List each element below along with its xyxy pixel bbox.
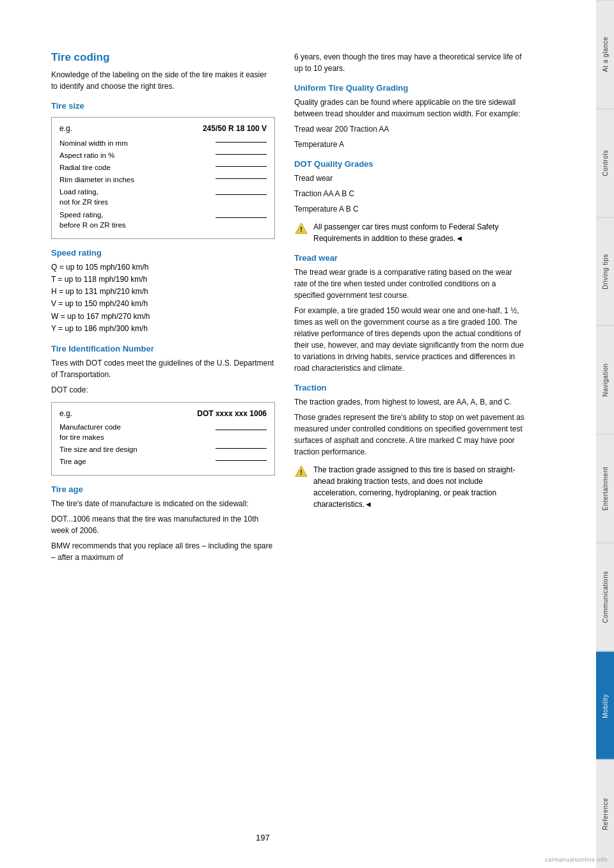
sidebar: At a glance Controls Driving tips Naviga… [596,0,614,868]
label-line-3 [216,178,267,179]
svg-text:!: ! [300,226,302,233]
sidebar-tab-communications[interactable]: Communications [596,543,614,651]
main-title: Tire coding [51,51,275,64]
tire-age-p0: The tire's date of manufacture is indica… [51,498,275,509]
dot-label-line-1 [216,448,267,449]
dot-label-text-2: Tire age [59,456,213,467]
tire-size-box: e.g. 245/50 R 18 100 V Nominal width in … [51,117,275,239]
dot-code-box: e.g. DOT xxxx xxx 1006 Manufacturer code… [51,402,275,476]
uniform-quality-body: Quality grades can be found where applic… [294,97,524,120]
dot-label-text-0: Manufacturer codefor tire makes [59,422,213,442]
label-line-0 [216,142,267,143]
tire-age-p1: DOT...1006 means that the tire was manuf… [51,513,275,536]
label-row-0: Nominal width in mm [59,138,267,148]
intro-text: Knowledge of the labeling on the side of… [51,69,275,92]
speed-row-2: H = up to 131 mph/210 km/h [51,286,275,298]
eg-label: e.g. [59,124,72,133]
traction-warning: ! The traction grade assigned to this ti… [294,464,524,510]
dot-eg-row: e.g. DOT xxxx xxx 1006 [59,409,267,418]
label-row-3: Rim diameter in inches [59,174,267,185]
tire-age-title: Tire age [51,484,275,494]
dot-quality-item2: Traction AA A B C [294,188,524,199]
sidebar-tab-controls[interactable]: Controls [596,109,614,217]
tire-size-title: Tire size [51,101,275,111]
uniform-quality-title: Uniform Tire Quality Grading [294,83,524,93]
main-content: Tire coding Knowledge of the labeling on… [0,0,596,868]
label-row-2: Radial tire code [59,162,267,173]
warning-icon-2: ! [294,465,308,479]
label-text-4: Load rating,not for ZR tires [59,187,213,207]
speed-row-1: T = up to 118 mph/190 km/h [51,274,275,286]
speed-rating-rows: Q = up to 105 mph/160 km/h T = up to 118… [51,261,275,335]
dot-label-line-2 [216,460,267,461]
label-line-2 [216,166,267,167]
sidebar-tab-reference[interactable]: Reference [596,759,614,868]
sidebar-tab-mobility[interactable]: Mobility [596,651,614,760]
label-text-1: Aspect ratio in % [59,150,213,160]
dot-label-text-1: Tire size and tire design [59,444,213,454]
svg-text:!: ! [300,469,302,476]
dot-label-line-0 [216,430,267,430]
dot-quality-warning-text: All passenger car tires must conform to … [313,221,524,244]
dot-label-row-1: Tire size and tire design [59,444,267,454]
dot-label-row-0: Manufacturer codefor tire makes [59,422,267,442]
label-row-1: Aspect ratio in % [59,150,267,160]
traction-title: Traction [294,383,524,392]
label-text-2: Radial tire code [59,162,213,173]
dot-eg-label: e.g. [59,409,72,418]
tread-wear-p0: The tread wear grade is a comparative ra… [294,267,524,301]
right-column: 6 years, even though the tires may have … [294,51,524,842]
tire-size-example: e.g. 245/50 R 18 100 V [59,124,267,133]
page-container: Tire coding Knowledge of the labeling on… [0,0,614,868]
dot-label-row-2: Tire age [59,456,267,467]
label-row-4: Load rating,not for ZR tires [59,187,267,207]
label-text-0: Nominal width in mm [59,138,213,148]
continued-text: 6 years, even though the tires may have … [294,51,524,74]
speed-row-3: V = up to 150 mph/240 km/h [51,298,275,310]
traction-p1: Those grades represent the tire's abilit… [294,412,524,458]
dot-quality-item3: Temperature A B C [294,203,524,215]
dot-quality-item1: Tread wear [294,173,524,184]
speed-row-0: Q = up to 105 mph/160 km/h [51,261,275,274]
dot-quality-title: DOT Quality Grades [294,159,524,169]
speed-row-4: W = up to 167 mph/270 km/h [51,311,275,323]
page-number: 197 [256,826,270,849]
traction-p0: The traction grades, from highest to low… [294,396,524,408]
speed-row-5: Y = up to 186 mph/300 km/h [51,323,275,335]
label-line-5 [216,217,267,218]
speed-rating-title: Speed rating [51,248,275,258]
tire-id-title: Tire Identification Number [51,344,275,353]
label-row-5: Speed rating,before R on ZR tires [59,210,267,230]
label-text-5: Speed rating,before R on ZR tires [59,210,213,230]
uniform-example2: Temperature A [294,139,524,150]
speed-rating-section: Speed rating Q = up to 105 mph/160 km/h … [51,248,275,335]
sidebar-tab-at-a-glance[interactable]: At a glance [596,0,614,109]
tread-wear-p1: For example, a tire graded 150 would wea… [294,305,524,374]
dot-eg-value: DOT xxxx xxx 1006 [197,409,267,418]
label-line-4 [216,194,267,195]
tread-wear-title: Tread wear [294,253,524,263]
traction-warning-text: The traction grade assigned to this tire… [313,464,524,510]
watermark: carmanualsonline.info [545,856,608,863]
uniform-example1: Tread wear 200 Traction AA [294,123,524,135]
dot-quality-warning: ! All passenger car tires must conform t… [294,221,524,244]
dot-label: DOT code: [51,384,275,396]
sidebar-tab-navigation[interactable]: Navigation [596,325,614,434]
sidebar-tab-entertainment[interactable]: Entertainment [596,434,614,543]
eg-value: 245/50 R 18 100 V [203,124,267,133]
label-line-1 [216,154,267,155]
warning-icon-1: ! [294,222,308,236]
tire-id-intro: Tires with DOT codes meet the guidelines… [51,357,275,380]
label-text-3: Rim diameter in inches [59,174,213,185]
left-column: Tire coding Knowledge of the labeling on… [51,51,275,842]
tire-age-p2: BMW recommends that you replace all tire… [51,540,275,563]
sidebar-tab-driving-tips[interactable]: Driving tips [596,217,614,326]
